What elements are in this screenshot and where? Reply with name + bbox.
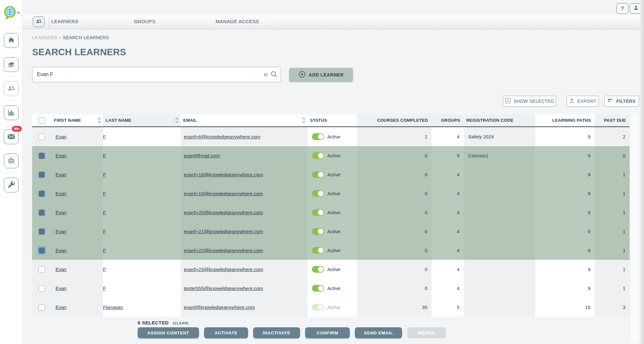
filters-button[interactable]: FILTERS	[604, 96, 639, 107]
plus-circle-icon	[298, 71, 306, 79]
inactivate-button[interactable]: INACTIVATE	[253, 327, 300, 338]
row-checkbox[interactable]	[39, 153, 45, 159]
status-toggle[interactable]	[312, 209, 324, 216]
sort-icon[interactable]	[302, 118, 305, 123]
last-name-link[interactable]: F	[103, 248, 106, 253]
sort-icon[interactable]	[175, 118, 179, 123]
nav-learners[interactable]: LEARNERS	[51, 15, 78, 28]
status-label: Active	[327, 191, 340, 196]
first-name-link[interactable]: Evan	[56, 267, 66, 272]
table-row: Evan Flanagan evanf@knowledgeanywhere.co…	[32, 298, 630, 317]
column-header-last-name[interactable]: LAST NAME	[103, 114, 181, 126]
first-name-link[interactable]: Evan	[56, 248, 66, 253]
email-link[interactable]: tester555@knoweldgeanywhere.com	[184, 286, 263, 291]
last-name-link[interactable]: F	[103, 191, 106, 196]
table-row: Evan F evanf@mail.com Active 0 5 Cosmos1…	[32, 146, 630, 165]
past-due-value: 3	[595, 298, 630, 317]
first-name-link[interactable]: Evan	[56, 191, 66, 196]
select-all-checkbox[interactable]	[39, 117, 45, 124]
row-checkbox[interactable]	[39, 134, 45, 140]
column-header-first-name[interactable]: FIRST NAME	[51, 114, 103, 126]
sidebar-item-reports[interactable]	[4, 105, 19, 120]
email-link[interactable]: evanf+18@knowledgeanywhere.com	[184, 172, 263, 177]
row-checkbox[interactable]	[39, 285, 45, 292]
breadcrumb-parent[interactable]: LEARNERS	[32, 35, 57, 40]
status-toggle[interactable]	[312, 152, 324, 159]
row-checkbox[interactable]	[39, 266, 45, 273]
row-checkbox[interactable]	[39, 172, 45, 178]
status-toggle[interactable]	[312, 228, 324, 235]
last-name-link[interactable]: F	[103, 134, 106, 139]
sidebar-item-home[interactable]	[4, 33, 19, 48]
learners-table: FIRST NAME LAST NAME EMAIL STATUS COURSE…	[32, 114, 630, 317]
status-toggle[interactable]	[312, 171, 324, 178]
last-name-link[interactable]: Flanagan	[103, 304, 123, 310]
first-name-link[interactable]: Evan	[56, 134, 66, 139]
send-email-button[interactable]: SEND EMAIL	[355, 327, 402, 338]
first-name-link[interactable]: Evan	[56, 153, 66, 158]
learners-module-button[interactable]	[33, 16, 45, 27]
sidebar-item-tools[interactable]	[4, 178, 19, 192]
search-icon[interactable]	[270, 70, 278, 80]
confirm-button[interactable]: CONFIRM	[305, 327, 350, 338]
export-button[interactable]: EXPORT	[567, 96, 599, 107]
email-link[interactable]: evanf+20@knowledgeanywhere.com	[184, 210, 263, 215]
nav-manage-access[interactable]: MANAGE ACCESS	[216, 15, 259, 28]
add-learner-button[interactable]: ADD LEARNER	[289, 68, 353, 82]
row-checkbox[interactable]	[39, 209, 45, 216]
books-icon	[7, 60, 15, 69]
last-name-link[interactable]: F	[103, 229, 106, 234]
nav-groups[interactable]: GROUPS	[134, 15, 155, 28]
table-scrollbar-track[interactable]	[631, 113, 638, 343]
status-toggle[interactable]	[312, 304, 324, 311]
email-link[interactable]: evanf@knowledgeanywhere.com	[184, 304, 255, 310]
status-toggle[interactable]	[312, 247, 324, 254]
first-name-link[interactable]: Evan	[56, 172, 66, 177]
first-name-link[interactable]: Evan	[56, 286, 66, 291]
past-due-value: 1	[595, 241, 630, 260]
email-link[interactable]: evanf+23@knowledgeanywhere.com	[184, 267, 263, 272]
last-name-link[interactable]: F	[103, 153, 106, 158]
learning-paths-value: 9	[535, 279, 595, 298]
status-toggle[interactable]	[312, 285, 324, 292]
status-toggle[interactable]	[312, 190, 324, 197]
courses-completed-value: 0	[357, 279, 432, 298]
column-header-email[interactable]: EMAIL	[181, 114, 307, 126]
search-options-icon[interactable]	[264, 72, 268, 79]
sidebar-item-courses[interactable]	[4, 57, 19, 72]
row-checkbox[interactable]	[39, 190, 45, 197]
first-name-link[interactable]: Evan	[56, 304, 66, 310]
help-button[interactable]: ?	[616, 3, 628, 14]
sidebar-expand-icon[interactable]: »	[17, 9, 19, 16]
email-link[interactable]: evanf+19@knowledgeanywhere.com	[184, 191, 263, 196]
first-name-link[interactable]: Evan	[56, 210, 66, 215]
sort-icon[interactable]	[98, 118, 101, 123]
email-link[interactable]: evanf+21@knowledgeanywhere.com	[184, 229, 263, 234]
status-label: Active	[327, 229, 340, 234]
last-name-link[interactable]: F	[103, 286, 106, 291]
assign-content-button[interactable]: ASSIGN CONTENT	[138, 327, 199, 338]
last-name-link[interactable]: F	[103, 210, 106, 215]
status-label: Active	[327, 304, 340, 310]
last-name-link[interactable]: F	[103, 172, 106, 177]
page-scrollbar[interactable]	[640, 0, 644, 344]
status-toggle[interactable]	[312, 266, 324, 273]
show-selected-button[interactable]: SHOW SELECTED	[503, 96, 556, 107]
search-input[interactable]	[32, 67, 281, 82]
last-name-link[interactable]: F	[103, 267, 106, 272]
first-name-link[interactable]: Evan	[56, 229, 66, 234]
activate-button[interactable]: ACTIVATE	[204, 327, 248, 338]
sidebar-item-learners[interactable]	[4, 81, 19, 96]
email-link[interactable]: evanf+6@knowledgeanywhere.com	[184, 134, 260, 139]
groups-value: 4	[432, 203, 464, 222]
main-nav: LEARNERS GROUPS MANAGE ACCESS	[22, 15, 644, 29]
email-link[interactable]: evanf+22@knowledgeanywhere.com	[184, 248, 263, 253]
status-toggle[interactable]	[312, 133, 324, 140]
email-link[interactable]: evanf@mail.com	[184, 153, 220, 158]
row-checkbox[interactable]	[39, 228, 45, 235]
sidebar-item-store[interactable]	[4, 154, 19, 168]
row-checkbox[interactable]	[39, 247, 45, 254]
row-checkbox[interactable]	[39, 304, 45, 311]
clear-selection-link[interactable]: (CLEAR)	[173, 321, 189, 325]
toggle-knob	[318, 304, 323, 310]
